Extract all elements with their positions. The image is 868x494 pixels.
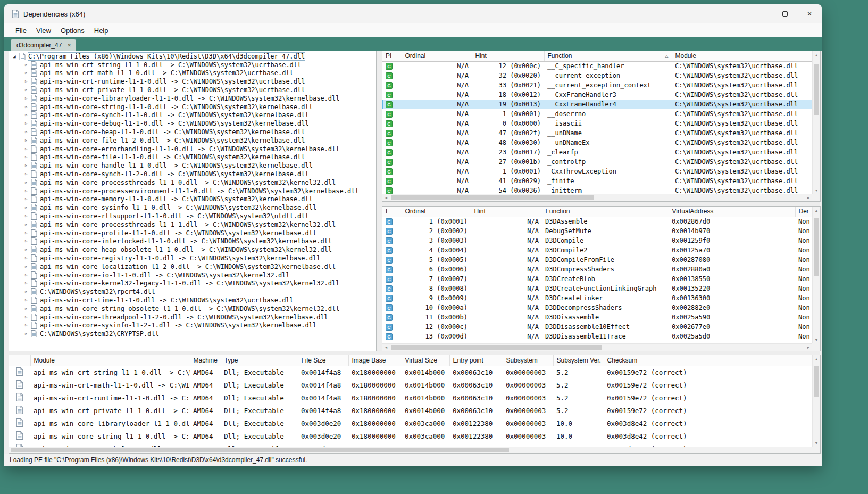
collapsed-arrow-icon[interactable]: ▷	[23, 214, 29, 218]
collapsed-arrow-icon[interactable]: ▷	[23, 105, 29, 109]
collapsed-arrow-icon[interactable]: ▷	[23, 273, 29, 277]
module-row[interactable]: api-ms-win-core-libraryloader-l1-1-0.dll…	[9, 417, 820, 430]
collapsed-arrow-icon[interactable]: ▷	[23, 298, 29, 302]
scrollbar-thumb[interactable]	[814, 366, 819, 397]
scroll-up-icon[interactable]: ▲	[813, 207, 820, 214]
collapsed-arrow-icon[interactable]: ▷	[23, 138, 29, 143]
imports-col-ordinal[interactable]: Ordinal	[402, 51, 472, 61]
tab-close-icon[interactable]: ✕	[67, 43, 71, 48]
exports-col-hint[interactable]: Hint	[471, 207, 542, 217]
collapsed-arrow-icon[interactable]: ▷	[23, 130, 29, 134]
scroll-left-icon[interactable]: ◄	[382, 345, 390, 349]
tree-item[interactable]: ▷C:\WINDOWS\system32\rpcrt4.dll	[11, 287, 376, 296]
collapsed-arrow-icon[interactable]: ▷	[23, 205, 29, 210]
import-row[interactable]: CN/A0 (0x0000)__isasciiC:\WINDOWS\system…	[382, 119, 820, 128]
scroll-up-icon[interactable]: ▲	[813, 355, 820, 363]
tree-item[interactable]: ▷api-ms-win-core-kernel32-legacy-l1-1-0.…	[11, 279, 376, 288]
collapsed-arrow-icon[interactable]: ▷	[23, 256, 29, 260]
tree-item[interactable]: ▷api-ms-win-core-libraryloader-l1-1-0.dl…	[11, 94, 376, 103]
modules-col-type[interactable]: Type	[221, 355, 298, 366]
export-row[interactable]: C6 (0x0006)N/AD3DCompressShaders0x002880…	[382, 265, 820, 274]
module-row[interactable]: api-ms-win-crt-math-l1-1-0.dll -> C:\WIN…	[9, 378, 820, 391]
scrollbar-thumb[interactable]	[814, 218, 819, 276]
export-row[interactable]: C9 (0x0009)N/AD3DCreateLinker0x00136300N…	[382, 293, 820, 303]
collapsed-arrow-icon[interactable]: ▷	[23, 88, 29, 92]
imports-vertical-scrollbar[interactable]: ▲ ▼	[812, 51, 820, 194]
import-row[interactable]: CN/A48 (0x0030)__unDNameExC:\WINDOWS\sys…	[382, 138, 820, 147]
tree-item[interactable]: ▷api-ms-win-core-memory-l1-1-0.dll -> C:…	[11, 195, 376, 204]
tree-item[interactable]: ▷api-ms-win-core-file-l1-1-0.dll -> C:\W…	[11, 153, 376, 162]
collapsed-arrow-icon[interactable]: ▷	[23, 281, 29, 285]
tree-item[interactable]: ▷api-ms-win-core-sysinfo-l1-2-1.dll -> C…	[11, 322, 376, 330]
collapsed-arrow-icon[interactable]: ▷	[23, 79, 29, 84]
imports-col-function[interactable]: Function△	[544, 51, 672, 61]
tree-item[interactable]: ▷api-ms-win-crt-runtime-l1-1-0.dll -> C:…	[11, 77, 376, 86]
export-row[interactable]: C2 (0x0002)N/ADebugSetMute0x0014b970Non	[382, 226, 820, 236]
imports-col-hint[interactable]: Hint	[472, 51, 544, 61]
scroll-down-icon[interactable]: ▼	[813, 336, 820, 343]
module-row[interactable]: api-ms-win-crt-private-l1-1-0.dll -> C:\…	[9, 404, 820, 417]
imports-col-pi[interactable]: PI	[382, 51, 402, 61]
import-row[interactable]: CN/A1 (0x0001)_CxxThrowExceptionC:\WINDO…	[382, 167, 820, 176]
collapsed-arrow-icon[interactable]: ▷	[23, 172, 29, 176]
collapsed-arrow-icon[interactable]: ▷	[23, 223, 29, 227]
menu-help[interactable]: Help	[89, 26, 113, 36]
collapsed-arrow-icon[interactable]: ▷	[23, 307, 29, 311]
export-row[interactable]: C3 (0x0003)N/AD3DCompile0x001259f0Non	[382, 236, 820, 245]
collapsed-arrow-icon[interactable]: ▷	[23, 121, 29, 126]
tree-item[interactable]: ▷api-ms-win-crt-string-l1-1-0.dll -> C:\…	[11, 61, 376, 69]
menu-view[interactable]: View	[31, 26, 56, 36]
collapsed-arrow-icon[interactable]: ▷	[23, 71, 29, 75]
collapsed-arrow-icon[interactable]: ▷	[23, 290, 29, 294]
imports-col-module[interactable]: Module	[672, 51, 820, 61]
export-row[interactable]: C4 (0x0004)N/AD3DCompile20x00125a70Non	[382, 245, 820, 255]
collapsed-arrow-icon[interactable]: ▷	[23, 315, 29, 319]
exports-col-ordinal[interactable]: Ordinal	[402, 207, 471, 217]
modules-col-imagebase[interactable]: Image Base	[348, 355, 402, 366]
export-row[interactable]: C12 (0x000c)N/AD3DDisassemble10Effect0x0…	[382, 322, 820, 332]
collapsed-arrow-icon[interactable]: ▷	[23, 265, 29, 269]
collapsed-arrow-icon[interactable]: ▷	[23, 231, 29, 235]
tree-item[interactable]: ▷api-ms-win-crt-time-l1-1-0.dll -> C:\WI…	[11, 296, 376, 304]
export-row[interactable]: C11 (0x000b)N/AD3DDisassemble0x0025a590N…	[382, 312, 820, 322]
expanded-arrow-icon[interactable]: ◢	[11, 54, 18, 59]
scrollbar-thumb[interactable]	[11, 448, 509, 452]
collapsed-arrow-icon[interactable]: ▷	[23, 248, 29, 252]
collapsed-arrow-icon[interactable]: ▷	[23, 189, 29, 193]
export-row[interactable]: C5 (0x0005)N/AD3DCompileFromFile0x002870…	[382, 255, 820, 265]
export-row[interactable]: C1 (0x0001)N/AD3DAssemble0x002867d0Non	[382, 217, 820, 226]
exports-col-virtualaddress[interactable]: VirtualAddress	[669, 207, 795, 217]
menu-file[interactable]: File	[11, 26, 31, 36]
tree-item[interactable]: ▷api-ms-win-core-profile-l1-1-0.dll -> C…	[11, 229, 376, 237]
modules-col-filesize[interactable]: File Size	[298, 355, 348, 366]
modules-col-subsystemver[interactable]: Subsystem Ver.	[553, 355, 604, 366]
tree-item[interactable]: ▷api-ms-win-core-io-l1-1-0.dll -> C:\WIN…	[11, 271, 376, 279]
collapsed-arrow-icon[interactable]: ▷	[23, 239, 29, 243]
import-row[interactable]: CN/A32 (0x0020)__current_exceptionC:\WIN…	[382, 71, 820, 80]
tree-item[interactable]: ▷api-ms-win-core-heap-obsolete-l1-1-0.dl…	[11, 245, 376, 254]
export-row[interactable]: C10 (0x000a)N/AD3DDecompressShaders0x002…	[382, 303, 820, 312]
modules-vertical-scrollbar[interactable]: ▲ ▼	[812, 355, 820, 447]
export-row[interactable]: C7 (0x0007)N/AD3DCreateBlob0x00138550Non	[382, 274, 820, 284]
tree-item[interactable]: ▷api-ms-win-core-string-obsolete-l1-1-0.…	[11, 304, 376, 313]
exports-col-function[interactable]: Function	[542, 207, 669, 217]
import-row[interactable]: CN/A23 (0x0017)_clearfpC:\WINDOWS\system…	[382, 147, 820, 157]
tree-item[interactable]: ▷api-ms-win-crt-private-l1-1-0.dll -> C:…	[11, 86, 376, 94]
import-row[interactable]: CN/A27 (0x001b)_controlfpC:\WINDOWS\syst…	[382, 157, 820, 167]
exports-vertical-scrollbar[interactable]: ▲ ▼	[812, 207, 820, 343]
collapsed-arrow-icon[interactable]: ▷	[23, 155, 29, 159]
module-row[interactable]: api-ms-win-crt-runtime-l1-1-0.dll -> C:\…	[9, 391, 820, 404]
scroll-right-icon[interactable]: ►	[805, 196, 812, 200]
module-row[interactable]: api-ms-win-crt-string-l1-1-0.dll -> C:\W…	[9, 366, 820, 378]
import-row[interactable]: CN/A33 (0x0021)__current_exception_conte…	[382, 80, 820, 90]
tree-item[interactable]: ▷api-ms-win-core-handle-l1-1-0.dll -> C:…	[11, 161, 376, 170]
tab-d3dcompiler-47[interactable]: d3dcompiler_47 ✕	[11, 39, 76, 51]
tree-item[interactable]: ▷api-ms-win-core-synch-l1-2-0.dll -> C:\…	[11, 170, 376, 178]
close-button[interactable]: ✕	[797, 4, 822, 23]
collapsed-arrow-icon[interactable]: ▷	[23, 197, 29, 201]
tree-item[interactable]: ▷api-ms-win-core-threadpool-l1-2-0.dll -…	[11, 313, 376, 322]
export-row[interactable]: C8 (0x0008)N/AD3DCreateFunctionLinkingGr…	[382, 284, 820, 293]
tree-root-item[interactable]: ◢C:\Program Files (x86)\Windows Kits\10\…	[11, 52, 376, 61]
import-row[interactable]: CN/A1 (0x0001)__doserrnoC:\WINDOWS\syste…	[382, 109, 820, 119]
tree-item[interactable]: ▷api-ms-win-core-rtlsupport-l1-1-0.dll -…	[11, 212, 376, 220]
